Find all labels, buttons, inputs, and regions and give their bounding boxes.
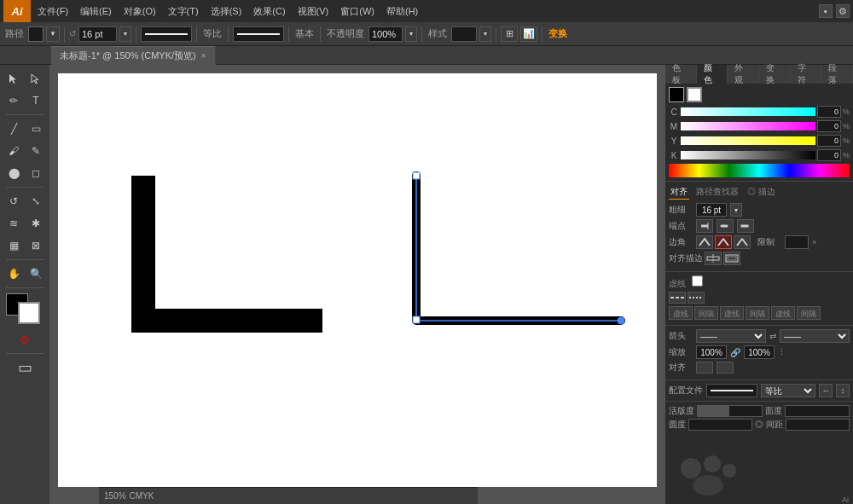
toolbar-opacity-arrow[interactable]: ▼ bbox=[405, 26, 417, 42]
stroke-cap-round[interactable] bbox=[717, 219, 734, 233]
tool-symbol[interactable]: ✱ bbox=[26, 213, 46, 234]
toolbar-color-preview[interactable] bbox=[28, 26, 44, 42]
c-value-input[interactable] bbox=[817, 106, 841, 118]
tool-pencil[interactable]: ✎ bbox=[26, 141, 46, 161]
right-tab-transform[interactable]: 变换 bbox=[759, 65, 791, 84]
toolbar-grid-icon[interactable]: ⊞ bbox=[501, 26, 518, 42]
toolbar-color-arrow[interactable]: ▼ bbox=[46, 26, 60, 42]
m-value-input[interactable] bbox=[817, 120, 841, 132]
tool-select[interactable] bbox=[3, 68, 24, 89]
menu-help[interactable]: 帮助(H) bbox=[381, 3, 423, 20]
stroke-color-box[interactable] bbox=[18, 302, 40, 324]
menu-text[interactable]: 文字(T) bbox=[163, 3, 204, 20]
bg-swatch[interactable] bbox=[687, 87, 702, 102]
window-control[interactable]: ▪ bbox=[819, 4, 833, 18]
tool-slice[interactable]: ⊠ bbox=[26, 235, 46, 256]
menu-effect[interactable]: 效果(C) bbox=[248, 3, 290, 20]
menu-file[interactable]: 文件(F) bbox=[32, 3, 73, 20]
stroke-cap-square[interactable] bbox=[737, 219, 754, 233]
c-slider[interactable] bbox=[681, 107, 815, 116]
dashed-checkbox[interactable] bbox=[692, 275, 703, 287]
dashed-cell-1[interactable]: 虚线 bbox=[669, 306, 693, 320]
stroke-tab-dash[interactable]: ◎ 描边 bbox=[746, 185, 777, 200]
toolbar-style-arrow[interactable]: ▼ bbox=[479, 26, 491, 42]
stroke-tab-corner[interactable]: 路径查找器 bbox=[694, 185, 740, 200]
anchor-corner[interactable] bbox=[413, 316, 420, 323]
tool-brush[interactable]: 🖌 bbox=[3, 141, 24, 161]
menu-view[interactable]: 视图(V) bbox=[293, 3, 334, 20]
tool-column-chart[interactable]: ▦ bbox=[3, 235, 24, 256]
toolbar-weight-input[interactable] bbox=[78, 26, 117, 42]
arrow-align-btn1[interactable] bbox=[696, 362, 713, 374]
tool-zoom[interactable]: 🔍 bbox=[26, 264, 46, 284]
tab-close-btn[interactable]: × bbox=[201, 51, 206, 61]
dashed-style1[interactable] bbox=[669, 292, 686, 304]
tool-rotate[interactable]: ↺ bbox=[3, 191, 24, 211]
dashed-cell-3[interactable]: 虚线 bbox=[720, 306, 744, 320]
tool-eraser[interactable]: ◻ bbox=[26, 163, 46, 183]
tool-scale[interactable]: ⤡ bbox=[26, 191, 46, 211]
right-tab-swatch[interactable]: 色板 bbox=[665, 65, 697, 84]
tool-blob-brush[interactable]: ⬤ bbox=[3, 163, 24, 183]
menu-edit[interactable]: 编辑(E) bbox=[75, 3, 117, 20]
stroke-cap-butt[interactable] bbox=[696, 219, 713, 233]
y-value-input[interactable] bbox=[817, 135, 841, 147]
m-slider[interactable] bbox=[681, 122, 815, 130]
toolbar-exchange-label[interactable]: 变换 bbox=[547, 27, 569, 40]
canvas[interactable] bbox=[58, 73, 657, 487]
window-settings-icon[interactable]: ⚙ bbox=[836, 4, 850, 18]
tool-pen[interactable]: ✏ bbox=[3, 90, 24, 111]
right-tab-color[interactable]: 颜色 bbox=[697, 65, 728, 84]
re-spacing-slider[interactable] bbox=[786, 419, 850, 431]
arrow-end-select[interactable]: —— bbox=[780, 329, 850, 343]
scale-link-icon[interactable]: 🔗 bbox=[730, 348, 740, 357]
toolbar-weight-arrow[interactable]: ▼ bbox=[119, 26, 131, 42]
stroke-limit-input[interactable] bbox=[785, 235, 809, 249]
scale-menu-icon[interactable]: ⋮ bbox=[778, 348, 786, 356]
tool-line[interactable]: ╱ bbox=[3, 119, 24, 139]
scale-end-input[interactable] bbox=[744, 345, 775, 359]
corner-round[interactable] bbox=[715, 235, 732, 249]
profile-flip-btn[interactable]: ↔ bbox=[819, 384, 833, 397]
tool-none[interactable]: ⊘ bbox=[15, 329, 35, 350]
anchor-top[interactable] bbox=[413, 172, 420, 179]
k-slider[interactable] bbox=[681, 151, 815, 159]
document-tab[interactable]: 未标题-1* @ 150% (CMYK/预览) × bbox=[51, 46, 216, 65]
tool-shape[interactable]: ▭ bbox=[26, 119, 46, 139]
dashed-cell-2[interactable]: 间隔 bbox=[694, 306, 718, 320]
menu-object[interactable]: 对象(O) bbox=[119, 3, 161, 20]
toolbar-opacity-input[interactable] bbox=[368, 26, 403, 42]
menu-select[interactable]: 选择(S) bbox=[206, 3, 247, 20]
dashed-style2[interactable] bbox=[688, 292, 705, 304]
tool-artboard-mode[interactable]: ▭ bbox=[15, 357, 35, 378]
dashed-cell-4[interactable]: 间隔 bbox=[746, 306, 769, 320]
align-center[interactable] bbox=[705, 252, 722, 265]
corner-miter[interactable] bbox=[696, 235, 713, 249]
fg-swatch[interactable] bbox=[669, 87, 684, 102]
k-value-input[interactable] bbox=[817, 149, 841, 161]
re-activity-slider[interactable] bbox=[697, 405, 763, 417]
stroke-tab-weight[interactable]: 对齐 bbox=[669, 185, 689, 200]
re-area-slider[interactable] bbox=[785, 405, 850, 417]
tool-direct-select[interactable] bbox=[26, 68, 46, 89]
toolbar-chart-icon[interactable]: 📊 bbox=[520, 26, 537, 42]
tool-type[interactable]: T bbox=[26, 90, 46, 111]
menu-window[interactable]: 窗口(W) bbox=[335, 3, 380, 20]
scale-start-input[interactable] bbox=[696, 345, 727, 359]
profile-flip-v-btn[interactable]: ↕ bbox=[836, 384, 850, 397]
stroke-weight-arrow[interactable]: ▼ bbox=[730, 203, 742, 217]
profile-select[interactable]: 等比 bbox=[761, 384, 815, 397]
arrow-swap-icon[interactable]: ⇄ bbox=[769, 332, 776, 341]
stroke-weight-input[interactable] bbox=[696, 203, 727, 217]
arrow-align-btn2[interactable] bbox=[717, 362, 734, 374]
corner-bevel[interactable] bbox=[734, 235, 751, 249]
right-tab-char[interactable]: 字符 bbox=[791, 65, 822, 84]
anchor-end[interactable] bbox=[618, 317, 624, 324]
align-inside[interactable] bbox=[723, 252, 740, 265]
tool-hand[interactable]: ✋ bbox=[3, 264, 24, 284]
arrow-start-select[interactable]: —— bbox=[696, 329, 766, 343]
dashed-cell-6[interactable]: 间隔 bbox=[797, 306, 821, 320]
right-tab-para[interactable]: 段落 bbox=[821, 65, 853, 84]
tool-warp[interactable]: ≋ bbox=[3, 213, 24, 234]
re-roundness-slider[interactable] bbox=[688, 419, 752, 431]
